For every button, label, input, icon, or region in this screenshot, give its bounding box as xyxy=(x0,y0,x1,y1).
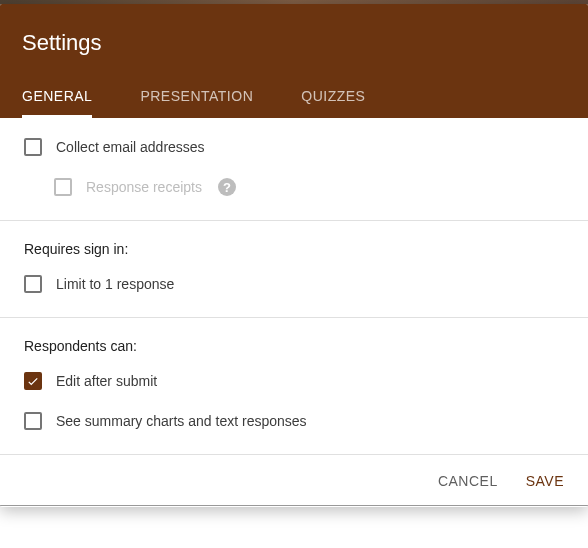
check-icon xyxy=(26,374,40,388)
title-respondents: Respondents can: xyxy=(24,338,564,354)
label-response-receipts: Response receipts xyxy=(86,179,202,195)
label-limit-response: Limit to 1 response xyxy=(56,276,174,292)
tab-quizzes[interactable]: QUIZZES xyxy=(301,88,365,118)
section-emails: Collect email addresses Response receipt… xyxy=(0,118,588,220)
label-see-summary: See summary charts and text responses xyxy=(56,413,307,429)
title-signin: Requires sign in: xyxy=(24,241,564,257)
row-collect-emails: Collect email addresses xyxy=(24,138,564,156)
shadow xyxy=(0,505,588,506)
checkbox-collect-emails[interactable] xyxy=(24,138,42,156)
tabs: GENERAL PRESENTATION QUIZZES xyxy=(0,88,588,118)
dialog-header: Settings GENERAL PRESENTATION QUIZZES xyxy=(0,4,588,118)
row-response-receipts: Response receipts ? xyxy=(24,178,564,196)
checkbox-see-summary[interactable] xyxy=(24,412,42,430)
checkbox-edit-after-submit[interactable] xyxy=(24,372,42,390)
settings-dialog: Settings GENERAL PRESENTATION QUIZZES Co… xyxy=(0,4,588,507)
help-icon[interactable]: ? xyxy=(218,178,236,196)
save-button[interactable]: SAVE xyxy=(526,473,564,489)
dialog-body: Collect email addresses Response receipt… xyxy=(0,118,588,454)
label-collect-emails: Collect email addresses xyxy=(56,139,205,155)
section-signin: Requires sign in: Limit to 1 response xyxy=(0,220,588,317)
section-respondents: Respondents can: Edit after submit See s… xyxy=(0,317,588,454)
checkbox-limit-response[interactable] xyxy=(24,275,42,293)
label-edit-after-submit: Edit after submit xyxy=(56,373,157,389)
dialog-title: Settings xyxy=(0,4,588,88)
checkbox-response-receipts xyxy=(54,178,72,196)
tab-general[interactable]: GENERAL xyxy=(22,88,92,118)
dialog-footer: CANCEL SAVE xyxy=(0,454,588,507)
row-see-summary: See summary charts and text responses xyxy=(24,412,564,430)
cancel-button[interactable]: CANCEL xyxy=(438,473,498,489)
tab-presentation[interactable]: PRESENTATION xyxy=(140,88,253,118)
row-limit-response: Limit to 1 response xyxy=(24,275,564,293)
row-edit-after-submit: Edit after submit xyxy=(24,372,564,390)
